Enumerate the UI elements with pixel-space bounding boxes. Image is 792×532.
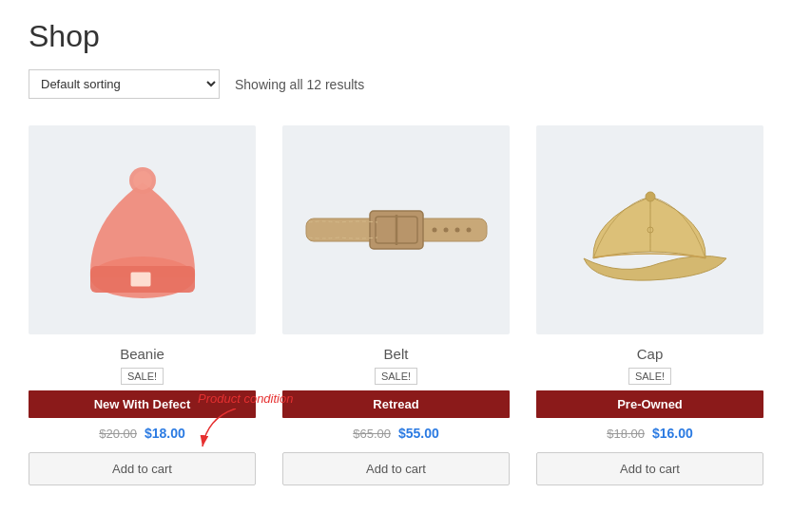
product-image-cap — [536, 125, 763, 334]
beanie-image — [81, 154, 204, 306]
price-sale-beanie: $18.00 — [145, 426, 185, 441]
price-original-belt: $65.00 — [353, 427, 391, 441]
sale-badge-cap: SALE! — [628, 368, 671, 385]
price-sale-cap: $16.00 — [652, 426, 693, 441]
sale-badge-belt: SALE! — [375, 368, 417, 385]
add-to-cart-cap[interactable]: Add to cart — [536, 452, 763, 485]
price-sale-belt: $55.00 — [398, 426, 439, 441]
svg-point-5 — [133, 171, 152, 190]
product-card-beanie: Beanie SALE! New With Defect $20.00 $18.… — [29, 125, 256, 485]
product-card-belt: Belt SALE! Retread $65.00 $55.00 Add to … — [282, 125, 510, 485]
prices-cap: $18.00 $16.00 — [607, 426, 693, 441]
page-title: Shop — [29, 19, 763, 54]
add-to-cart-beanie[interactable]: Add to cart — [29, 452, 256, 485]
toolbar: Default sorting Sort by popularity Sort … — [29, 69, 763, 99]
add-to-cart-belt[interactable]: Add to cart — [282, 452, 510, 485]
svg-rect-3 — [130, 272, 151, 287]
prices-belt: $65.00 $55.00 — [353, 426, 439, 441]
condition-badge-beanie: New With Defect — [29, 390, 256, 418]
price-original-cap: $18.00 — [607, 427, 645, 441]
condition-badge-cap: Pre-Owned — [536, 390, 763, 418]
condition-badge-belt: Retread — [282, 390, 510, 418]
price-original-beanie: $20.00 — [99, 427, 137, 441]
results-count: Showing all 12 results — [235, 77, 364, 92]
product-card-cap: Cap SALE! Pre-Owned $18.00 $16.00 Add to… — [536, 125, 763, 485]
sort-select[interactable]: Default sorting Sort by popularity Sort … — [29, 69, 220, 99]
svg-point-10 — [432, 228, 436, 233]
svg-point-14 — [646, 192, 655, 201]
svg-point-12 — [454, 228, 459, 233]
products-grid: Beanie SALE! New With Defect $20.00 $18.… — [29, 125, 763, 485]
sale-badge-beanie: SALE! — [121, 368, 164, 385]
belt-image — [301, 192, 492, 268]
prices-beanie: $20.00 $18.00 — [99, 426, 185, 441]
product-image-belt — [282, 125, 510, 334]
svg-point-11 — [443, 228, 448, 233]
product-name-belt: Belt — [384, 346, 409, 362]
cap-image — [565, 168, 736, 292]
product-name-cap: Cap — [637, 346, 664, 362]
product-name-beanie: Beanie — [120, 346, 164, 362]
svg-point-13 — [466, 228, 471, 233]
product-image-beanie — [29, 125, 256, 334]
